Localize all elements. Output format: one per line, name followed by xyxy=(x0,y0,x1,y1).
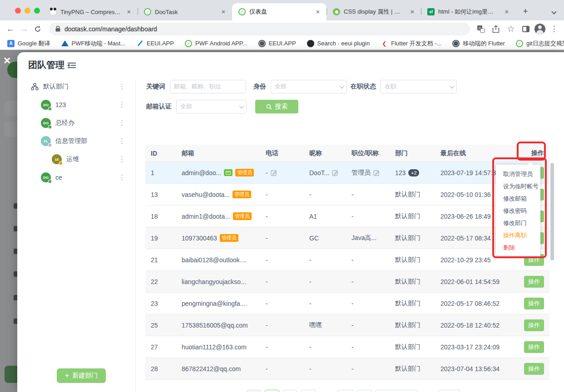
tab-search-chevron-icon[interactable] xyxy=(552,7,558,13)
department-more-icon[interactable]: ⋮ xyxy=(119,83,125,91)
edit-icon[interactable] xyxy=(271,170,277,176)
forward-button[interactable]: → xyxy=(17,22,31,36)
department-tree-item[interactable]: PL 信息管理部 ⋮ xyxy=(17,132,135,150)
plus-icon: + xyxy=(65,372,69,380)
browser-tab[interactable]: CSS display 属性 | 菜鸟教 × xyxy=(327,3,421,20)
page-button[interactable]: › xyxy=(357,390,372,392)
department-tree-item[interactable]: DO ce ⋮ xyxy=(17,168,135,186)
admin-badge: 管理员 xyxy=(220,234,238,242)
modal-close-icon[interactable]: × xyxy=(4,54,10,66)
browser-tab[interactable]: DooTask × xyxy=(138,3,232,20)
profile-avatar[interactable] xyxy=(534,24,545,34)
menu-item[interactable]: 设为临时帐号 xyxy=(496,180,540,192)
status-select[interactable]: 在职 xyxy=(381,80,457,93)
menu-item[interactable]: 取消管理员 xyxy=(496,168,540,180)
jump-page-input[interactable] xyxy=(438,390,460,392)
identity-select[interactable]: 全部 xyxy=(271,80,347,93)
browser-menu-icon[interactable]: ⋮ xyxy=(548,23,560,35)
department-avatar: DO xyxy=(41,100,51,110)
row-action-button[interactable]: 操作 xyxy=(524,363,544,375)
url-text[interactable]: dootask.com/manage/dashboard xyxy=(64,25,157,33)
table-header-row: ID 邮箱 电话 昵称 职位/职称 部门 最后在线 操作 xyxy=(145,145,549,162)
translate-icon[interactable]: A xyxy=(475,23,487,35)
cell-email: baibai0128@outlook.... xyxy=(182,256,266,264)
status-label: 在职状态 xyxy=(351,83,376,91)
close-window-button[interactable] xyxy=(15,8,21,14)
department-more-icon[interactable]: ⋮ xyxy=(119,137,125,145)
bookmark-label: PWF Android APP... xyxy=(195,40,247,47)
menu-item[interactable]: 操作离职 xyxy=(496,229,540,241)
extra-departments-badge[interactable]: +2 xyxy=(408,169,419,176)
row-action-button[interactable]: 操作 xyxy=(524,341,544,353)
cell-last-online: 2023-07-04 13:56:34 xyxy=(440,365,518,372)
menu-item[interactable]: 修改密码 xyxy=(496,205,540,217)
reload-button[interactable] xyxy=(31,22,45,36)
cell-department: 默认部门 xyxy=(395,278,440,286)
bookmark-item[interactable]: Google 翻译 xyxy=(7,39,50,48)
table-scrollbar[interactable] xyxy=(550,163,554,260)
browser-tab[interactable]: 仪表盘 × xyxy=(232,3,327,20)
menu-item[interactable]: 删除 xyxy=(496,241,540,254)
department-name: ce xyxy=(55,174,62,181)
bookmark-item[interactable]: PWF移动端 - Mast... xyxy=(61,39,125,48)
browser-tab[interactable]: TinyPNG – Compress We × xyxy=(43,3,138,20)
bookmark-item[interactable]: PWF Android APP... xyxy=(185,40,247,47)
department-tree-item[interactable]: DO 123 ⋮ xyxy=(17,96,135,114)
edit-icon[interactable] xyxy=(332,170,338,176)
search-button[interactable]: 搜索 xyxy=(255,100,298,113)
menu-item[interactable]: 修改部门 xyxy=(496,217,540,229)
row-action-button[interactable]: 操作 xyxy=(524,319,544,331)
collapse-menu-icon[interactable] xyxy=(67,62,76,69)
page-button[interactable]: 2 xyxy=(283,390,297,392)
verify-select[interactable]: 全部 xyxy=(176,100,247,113)
tab-close-icon[interactable]: × xyxy=(219,8,228,16)
department-more-icon[interactable]: ⋮ xyxy=(119,119,125,127)
department-more-icon[interactable]: ⋮ xyxy=(119,173,125,181)
cell-nickname: GC xyxy=(309,235,351,242)
side-panel-icon[interactable] xyxy=(519,23,532,35)
address-bar[interactable]: dootask.com/manage/dashboard xyxy=(49,23,470,35)
col-header-id: ID xyxy=(145,150,182,157)
cell-id: 25 xyxy=(145,322,182,329)
page-button[interactable]: 3 xyxy=(301,390,316,392)
window-controls[interactable] xyxy=(15,8,40,14)
tab-close-icon[interactable]: × xyxy=(314,8,322,16)
new-tab-button[interactable]: + xyxy=(519,5,531,17)
page-button[interactable]: 117 xyxy=(337,390,354,392)
row-action-button[interactable]: 操作 xyxy=(524,298,544,309)
bookmark-item[interactable]: 移动端的 Flutter xyxy=(452,39,505,48)
bookmark-item[interactable]: git日志提交规范 xyxy=(516,39,564,48)
department-more-icon[interactable]: ⋮ xyxy=(119,101,125,109)
row-action-button[interactable]: 操作 xyxy=(524,276,544,288)
cell-position: - xyxy=(351,365,395,372)
maximize-window-button[interactable] xyxy=(34,8,40,14)
page-button[interactable]: ‹ xyxy=(247,390,261,392)
bookmark-star-icon[interactable]: ☆ xyxy=(505,23,517,35)
tab-close-icon[interactable]: × xyxy=(503,8,511,16)
bookmark-item[interactable]: Search · eeui plugin xyxy=(307,40,370,47)
page-button[interactable]: … xyxy=(319,390,334,392)
keyword-placeholder: 邮箱、昵称、职位 xyxy=(174,83,221,91)
department-tree-item[interactable]: 16 运维 ⋮ xyxy=(17,150,135,168)
tab-close-icon[interactable]: × xyxy=(125,8,133,16)
lock-icon[interactable] xyxy=(55,26,60,32)
browser-tab[interactable]: html - 如何让img里的图片 × xyxy=(421,3,515,20)
bookmark-item[interactable]: Flutter 开发文档 -... xyxy=(381,39,441,48)
page-size-select[interactable]: 20 条/页 xyxy=(376,390,418,392)
tab-close-icon[interactable]: × xyxy=(408,8,416,16)
bookmark-item[interactable]: EEUI.APP xyxy=(136,40,174,47)
bookmark-label: Search · eeui plugin xyxy=(317,40,370,47)
edit-icon[interactable] xyxy=(373,170,380,176)
keyword-input[interactable]: 邮箱、昵称、职位 xyxy=(170,80,246,93)
bookmark-item[interactable]: EEUI.APP xyxy=(258,40,296,47)
page-button[interactable]: 1 xyxy=(265,390,279,392)
new-department-button[interactable]: + 新建部门 xyxy=(57,368,106,383)
department-tree-item[interactable]: 默认部门 ⋮ xyxy=(17,78,135,96)
share-icon[interactable] xyxy=(490,23,502,35)
back-button[interactable]: ← xyxy=(4,22,17,36)
menu-item[interactable]: 修改邮箱 xyxy=(496,192,540,205)
minimize-window-button[interactable] xyxy=(25,8,30,14)
department-more-icon[interactable]: ⋮ xyxy=(119,155,125,163)
department-tree-item[interactable]: DO 总经办 ⋮ xyxy=(17,114,135,132)
cell-email: 17538516005@qq.com xyxy=(182,322,266,329)
